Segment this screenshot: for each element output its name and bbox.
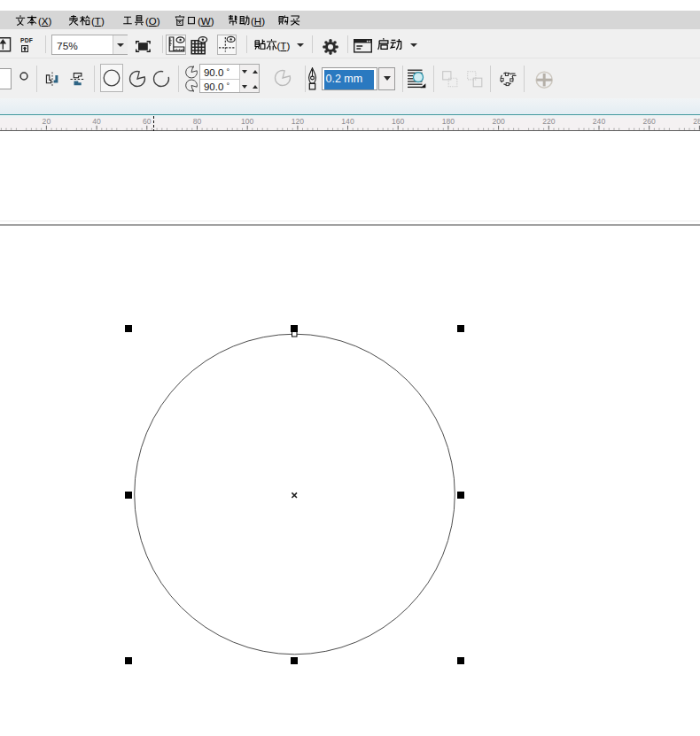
svg-text:100: 100	[241, 117, 254, 126]
svg-text:160: 160	[392, 117, 405, 126]
svg-text:80: 80	[193, 117, 202, 126]
svg-text:120: 120	[292, 117, 305, 126]
svg-text:140: 140	[341, 117, 354, 126]
svg-text:220: 220	[542, 117, 556, 126]
svg-text:60: 60	[143, 117, 152, 126]
svg-text:180: 180	[442, 117, 455, 126]
svg-text:20: 20	[43, 117, 51, 126]
svg-text:280: 280	[693, 117, 700, 126]
svg-text:200: 200	[492, 117, 505, 126]
svg-text:40: 40	[92, 117, 101, 126]
svg-text:260: 260	[643, 117, 657, 126]
svg-text:240: 240	[593, 117, 606, 126]
